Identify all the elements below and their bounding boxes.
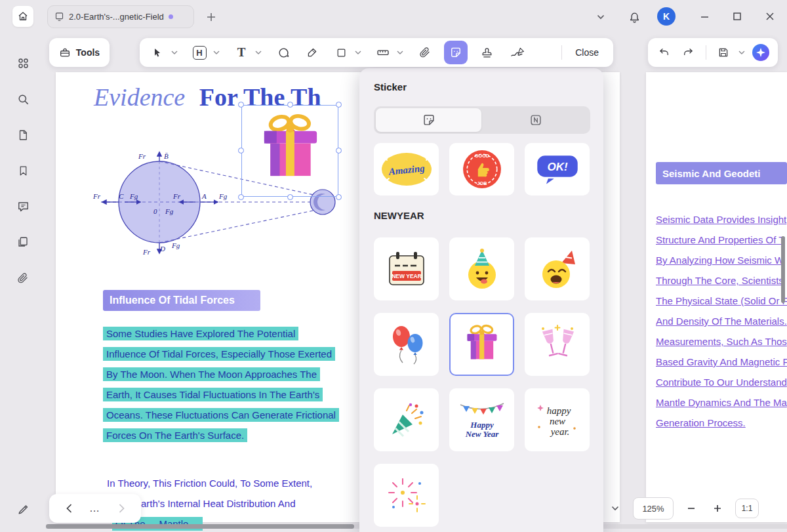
placed-sticker-selection[interactable] [241,105,338,197]
resize-handle-n[interactable] [287,102,293,108]
text-tool-chevron-icon[interactable] [255,51,262,54]
next-page-button[interactable] [112,499,131,518]
doc-link[interactable]: Contribute To Our Understand [656,377,787,388]
doc-link[interactable]: Mantle Dynamics And The Ma [656,397,787,408]
grid-icon [17,57,30,70]
save-button[interactable] [714,42,734,63]
actual-size-button[interactable]: 1:1 [735,499,759,518]
minimize-icon [700,12,709,21]
chevron-right-icon [119,504,125,513]
tab-custom-stickers[interactable] [483,108,588,132]
sticker-happy-newyear-script[interactable]: happy new year. [525,388,590,451]
doc-link[interactable]: And Density Of The Materials. [656,316,787,327]
sidebar-search-button[interactable] [12,89,33,110]
edit-heading-tool-button[interactable]: H [190,42,209,63]
resize-handle-nw[interactable] [238,102,244,108]
sidebar-design-button[interactable] [12,499,33,520]
shape-tool-chevron-icon[interactable] [355,51,361,54]
sticker-ok[interactable]: OK! [525,143,590,195]
square-shape-icon [336,47,347,58]
comment-tool-button[interactable] [273,42,293,63]
resize-handle-sw[interactable] [238,194,244,200]
new-tab-button[interactable] [202,8,220,26]
sidebar-apps-button[interactable] [12,52,33,73]
svg-text:new: new [549,416,565,426]
user-avatar[interactable]: K [657,7,676,26]
document-tab[interactable]: 2.0-Earth's-...gnetic-Field [47,5,194,28]
newyear-banner-icon: Happy New Year [457,399,507,440]
party-popper-icon [387,400,426,440]
sidebar-comments-button[interactable] [12,195,33,216]
previous-page-button[interactable] [60,499,78,518]
doc-link[interactable]: Generation Process. [656,417,746,428]
zoom-in-button[interactable] [709,500,726,517]
resize-handle-ne[interactable] [336,102,342,108]
select-tool-chevron-icon[interactable] [171,51,178,54]
doc-link[interactable]: Seismic Data Provides Insight [656,214,786,225]
diagram-label: B̄ [164,152,169,160]
sidebar-attachments-button[interactable] [12,268,33,289]
redo-button[interactable] [678,42,698,63]
doc-link[interactable]: By Analyzing How Seismic W [656,255,784,266]
heading-tool-chevron-icon[interactable] [213,51,220,54]
resize-handle-s[interactable] [287,194,293,200]
newyear-calendar-icon: NEW YEAR [386,250,427,288]
sticker-fireworks[interactable] [374,464,439,527]
close-window-button[interactable] [759,7,780,26]
ai-assistant-button[interactable] [750,42,771,63]
sticker-champagne[interactable] [525,313,590,376]
vertical-scrollbar-thumb[interactable] [781,236,785,303]
tools-menu-button[interactable]: Tools [49,38,110,67]
doc-link[interactable]: Measurements, Such As Thos [656,336,787,347]
home-button[interactable] [12,6,33,27]
doc-link[interactable]: Through The Core, Scientists [656,275,784,286]
stamp-tool-button[interactable] [477,42,496,63]
text-tool-button[interactable]: T [232,42,251,63]
highlight-pen-tool-button[interactable] [302,42,322,63]
sticker-newyear-calendar[interactable]: NEW YEAR [374,237,439,300]
signature-tool-button[interactable] [506,42,531,63]
page-options-button[interactable]: … [86,499,104,518]
sticker-tool-button-active[interactable] [444,41,468,64]
highlighted-line: Forces On The Earth's Surface. [103,428,247,442]
sidebar-bookmarks-button[interactable] [12,160,33,181]
unsaved-changes-dot [169,14,173,19]
zoom-options-button[interactable] [607,500,624,517]
measure-tool-button[interactable] [373,42,393,63]
minimize-button[interactable] [694,7,715,26]
comment-bubble-icon [277,47,290,59]
sticker-good-job[interactable]: GOOD JOB [449,143,514,195]
gift-sticker[interactable] [251,111,330,188]
sidebar-pages-button[interactable] [12,232,33,253]
sticker-balloons[interactable] [374,313,439,376]
tabs-dropdown-button[interactable] [592,9,610,26]
zoom-out-button[interactable] [683,500,700,517]
resize-handle-w[interactable] [238,148,244,153]
doc-link[interactable]: Structure And Properties Of T [656,234,784,245]
sticker-party-popper[interactable] [374,388,439,451]
amazing-sticker-icon: Amazing [379,150,434,188]
sticker-celebrate-emoji[interactable] [525,237,590,300]
sticker-party-smiley[interactable] [449,237,514,300]
maximize-button[interactable] [727,7,748,26]
attach-tool-button[interactable] [415,42,435,63]
sticker-gift-selected[interactable] [449,313,514,376]
zoom-level-box[interactable]: 125% [633,497,674,520]
sticker-panel-title: Sticker [374,81,407,92]
horizontal-scrollbar-thumb[interactable] [46,524,354,529]
select-tool-button[interactable] [148,42,167,63]
undo-button[interactable] [655,42,674,63]
shape-tool-button[interactable] [331,42,351,63]
sticker-amazing[interactable]: Amazing [374,143,439,195]
doc-link[interactable]: The Physical State (Solid Or F [656,295,787,306]
sticker-happy-newyear-banner[interactable]: Happy New Year [449,388,514,451]
doc-link[interactable]: Based Gravity And Magnetic F [656,356,787,367]
notifications-button[interactable] [624,7,644,27]
measure-tool-chevron-icon[interactable] [397,51,403,54]
resize-handle-e[interactable] [336,148,342,153]
save-chevron-icon[interactable] [738,51,745,54]
tab-preset-stickers[interactable] [376,108,481,132]
close-tool-button[interactable]: Close [569,42,605,63]
resize-handle-se[interactable] [336,194,342,200]
sidebar-thumbnails-button[interactable] [12,125,33,146]
